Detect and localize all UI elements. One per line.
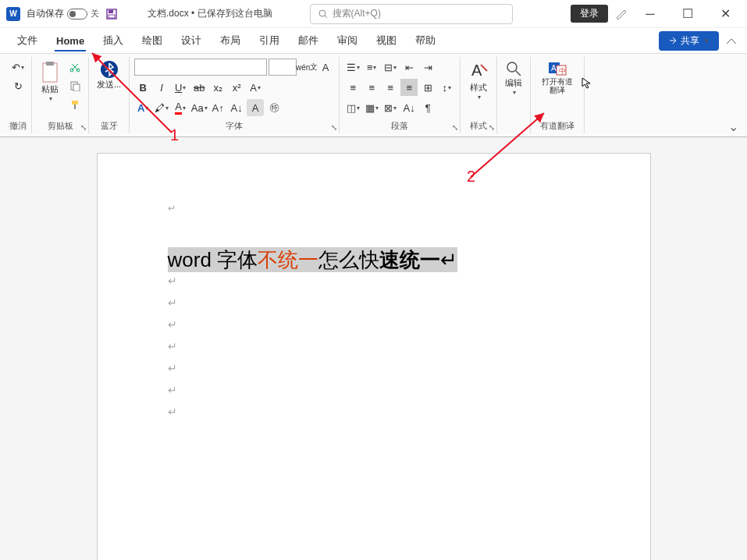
show-marks-button[interactable]: ¶ bbox=[419, 99, 436, 116]
paragraph-mark: ↵ bbox=[168, 203, 176, 214]
text-highlight-button[interactable]: A▾ bbox=[134, 99, 151, 116]
redo-button[interactable]: ↻ bbox=[9, 77, 27, 94]
tab-mail[interactable]: 邮件 bbox=[290, 29, 326, 52]
undo-button[interactable]: ↶▾ bbox=[9, 58, 27, 76]
maximize-button[interactable]: ☐ bbox=[672, 2, 703, 26]
font-color-button[interactable]: A▾ bbox=[172, 99, 189, 116]
svg-point-15 bbox=[507, 62, 517, 72]
group-font: wén文 A B I U▾ ab x₂ x² A▾ A▾ 🖍▾ A▾ Aa▾ A… bbox=[130, 57, 340, 133]
login-button[interactable]: 登录 bbox=[571, 5, 608, 23]
text-effects-button[interactable]: A▾ bbox=[247, 79, 264, 96]
character-shading-button[interactable]: ⊠▾ bbox=[382, 99, 399, 116]
character-border-button[interactable]: A bbox=[317, 58, 334, 76]
bold-button[interactable]: B bbox=[134, 79, 151, 96]
autosave-toggle[interactable]: 自动保存 关 bbox=[27, 7, 99, 20]
editing-button[interactable]: 编辑 ▾ bbox=[502, 58, 525, 97]
highlight-color-button[interactable]: 🖍▾ bbox=[153, 99, 170, 116]
share-label: 共享 bbox=[681, 34, 699, 48]
underline-button[interactable]: U▾ bbox=[172, 79, 189, 96]
group-styles-label: 样式 bbox=[470, 119, 487, 132]
align-right-button[interactable]: ≡ bbox=[382, 79, 399, 96]
numbering-button[interactable]: ≡▾ bbox=[363, 58, 380, 76]
paste-button[interactable]: 粘贴 ▾ bbox=[37, 58, 63, 104]
minimize-button[interactable]: ─ bbox=[635, 2, 666, 26]
svg-text:A: A bbox=[471, 62, 482, 79]
tab-help[interactable]: 帮助 bbox=[407, 29, 443, 52]
copy-button[interactable] bbox=[66, 77, 84, 94]
styles-icon: A bbox=[468, 60, 489, 82]
clear-formatting-button[interactable]: A bbox=[247, 99, 264, 116]
paragraph-mark: ↵ bbox=[168, 384, 177, 396]
tab-home[interactable]: Home bbox=[48, 30, 92, 51]
subscript-button[interactable]: x₂ bbox=[209, 79, 226, 96]
group-clipboard-label: 剪贴板 bbox=[48, 119, 73, 132]
phonetic-guide-button[interactable]: wén文 bbox=[298, 58, 315, 76]
save-icon[interactable] bbox=[105, 8, 118, 20]
svg-rect-10 bbox=[73, 84, 80, 91]
collapse-ribbon-button[interactable]: ⌄ bbox=[728, 119, 742, 133]
search-icon bbox=[318, 9, 328, 19]
svg-text:中: 中 bbox=[559, 67, 566, 75]
document-title[interactable]: 文档.docx • 已保存到这台电脑 bbox=[148, 7, 272, 20]
format-painter-button[interactable] bbox=[66, 96, 84, 113]
tab-insert[interactable]: 插入 bbox=[95, 29, 131, 52]
tab-draw[interactable]: 绘图 bbox=[134, 29, 170, 52]
align-center-button[interactable]: ≡ bbox=[363, 79, 380, 96]
bluetooth-send-button[interactable]: 发送... bbox=[94, 58, 124, 92]
shrink-font-button[interactable]: A↓ bbox=[228, 99, 245, 116]
translate-button[interactable]: A中 打开有道翻译 bbox=[535, 58, 579, 96]
styles-button[interactable]: A 样式 ▾ bbox=[465, 58, 492, 102]
document-canvas[interactable]: ↵ word 字体不统一怎么快速统一↵ ↵ ↵ ↵ ↵ ↵ ↵ ↵ bbox=[0, 137, 747, 560]
paragraph-launcher[interactable]: ⤡ bbox=[452, 123, 458, 132]
close-button[interactable]: ✕ bbox=[710, 2, 741, 26]
svg-rect-6 bbox=[46, 62, 54, 66]
window-controls: 登录 ─ ☐ ✕ bbox=[571, 2, 741, 26]
tab-layout[interactable]: 布局 bbox=[212, 29, 248, 52]
autosave-label: 自动保存 bbox=[27, 7, 64, 20]
bullets-button[interactable]: ☰▾ bbox=[344, 58, 361, 76]
strikethrough-button[interactable]: ab bbox=[190, 79, 208, 96]
superscript-button[interactable]: x² bbox=[228, 79, 245, 96]
group-editing-label bbox=[513, 121, 515, 132]
group-font-label: 字体 bbox=[226, 119, 243, 132]
increase-indent-button[interactable]: ⇥ bbox=[419, 58, 436, 76]
styles-launcher[interactable]: ⤡ bbox=[489, 123, 495, 132]
tab-references[interactable]: 引用 bbox=[251, 29, 287, 52]
chevron-down-icon: ▾ bbox=[513, 89, 516, 96]
sort-button[interactable]: A↓ bbox=[400, 99, 418, 116]
enclose-characters-button[interactable]: ㊕ bbox=[265, 99, 283, 116]
tab-design[interactable]: 设计 bbox=[173, 29, 209, 52]
paste-icon bbox=[40, 60, 60, 83]
document-page[interactable]: ↵ word 字体不统一怎么快速统一↵ ↵ ↵ ↵ ↵ ↵ ↵ ↵ bbox=[97, 153, 651, 560]
decrease-indent-button[interactable]: ⇤ bbox=[400, 58, 418, 76]
document-text-selection[interactable]: word 字体不统一怎么快速统一↵ bbox=[168, 247, 458, 272]
tab-view[interactable]: 视图 bbox=[368, 29, 404, 52]
cut-button[interactable] bbox=[66, 58, 84, 76]
share-button[interactable]: 共享 ▼ bbox=[659, 31, 719, 51]
pen-icon[interactable] bbox=[614, 7, 628, 21]
clipboard-launcher[interactable]: ⤡ bbox=[80, 123, 87, 132]
borders-button[interactable]: ▦▾ bbox=[363, 99, 380, 116]
align-left-button[interactable]: ≡ bbox=[344, 79, 361, 96]
word-app-icon: W bbox=[6, 7, 20, 21]
grow-font-button[interactable]: A↑ bbox=[209, 99, 226, 116]
group-styles: A 样式 ▾ 样式 ⤡ bbox=[461, 57, 497, 133]
align-justify-button[interactable]: ≡ bbox=[400, 79, 418, 96]
toggle-switch[interactable] bbox=[67, 9, 87, 19]
search-box[interactable]: 搜索(Alt+Q) bbox=[310, 4, 513, 24]
distribute-button[interactable]: ⊞ bbox=[419, 79, 436, 96]
svg-rect-12 bbox=[74, 105, 76, 109]
tab-review[interactable]: 审阅 bbox=[329, 29, 365, 52]
italic-button[interactable]: I bbox=[153, 79, 170, 96]
paragraph-mark: ↵ bbox=[168, 406, 177, 418]
font-size-select[interactable] bbox=[269, 58, 297, 76]
multilevel-list-button[interactable]: ⊟▾ bbox=[382, 58, 399, 76]
editing-button-label: 编辑 bbox=[505, 77, 522, 89]
tab-file[interactable]: 文件 bbox=[9, 29, 45, 52]
shading-button[interactable]: ◫▾ bbox=[344, 99, 361, 116]
line-spacing-button[interactable]: ↕▾ bbox=[438, 79, 455, 96]
font-launcher[interactable]: ⤡ bbox=[331, 123, 337, 132]
change-case-button[interactable]: Aa▾ bbox=[190, 99, 208, 116]
ribbon-mode-icon[interactable] bbox=[725, 34, 738, 47]
font-name-select[interactable] bbox=[134, 58, 267, 76]
